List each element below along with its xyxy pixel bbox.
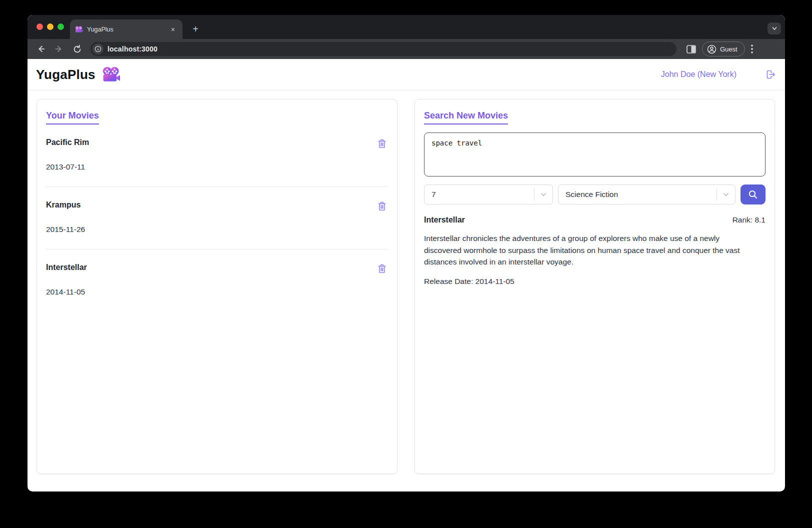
site-info-button[interactable] [92,44,104,54]
trash-icon [377,263,387,274]
side-panel-button[interactable] [686,45,696,54]
browser-menu-button[interactable] [751,44,753,54]
movie-title: Krampus [46,200,80,210]
back-button[interactable] [34,42,48,56]
movie-release-date: 2014-11-05 [46,288,388,296]
movie-list-item: Interstellar 2014-11-05 [46,250,388,312]
result-rank: Rank: 8.1 [732,216,766,224]
search-icon [748,189,758,200]
tab-title: YugaPlus [87,26,164,33]
forward-button[interactable] [52,42,66,56]
search-button[interactable] [740,184,766,204]
header-right: John Doe (New York) [661,68,776,80]
brand-name: YugaPlus [36,67,96,82]
minimize-window-button[interactable] [47,24,54,30]
movie-list-item: Krampus 2015-11-26 [46,187,388,250]
delete-movie-button[interactable] [376,263,388,274]
browser-window: YugaPlus × + localhost:3000 Gues [28,15,785,492]
category-select[interactable]: Science Fiction [558,184,736,204]
browser-tab[interactable]: YugaPlus × [70,20,182,39]
profile-label: Guest [720,46,738,53]
movie-title: Pacific Rim [46,138,89,147]
chevron-down-icon [772,26,778,32]
search-query-input[interactable]: space travel [424,132,766,176]
new-tab-button[interactable]: + [188,22,202,36]
main-content: Your Movies Pacific Rim 2 [28,90,785,474]
user-profile-link[interactable]: John Doe (New York) [661,70,736,79]
zoom-window-button[interactable] [58,24,64,30]
rank-select-value: 7 [424,190,534,199]
logout-icon[interactable] [764,68,776,80]
category-select-value: Science Fiction [558,190,716,199]
forward-arrow-icon [54,44,64,54]
search-panel: Search New Movies space travel 7 Science… [414,99,775,474]
delete-movie-button[interactable] [376,138,388,149]
chevron-down-icon [722,191,730,198]
favicon-movie-camera-icon [75,26,83,34]
app-brand: YugaPlus [36,66,120,83]
reload-icon [72,44,82,54]
url-text[interactable]: localhost:3000 [108,45,158,53]
guest-avatar-icon [707,44,716,54]
result-release-date: Release Date: 2014-11-05 [424,277,766,286]
profile-button[interactable]: Guest [702,42,745,56]
back-arrow-icon [36,44,46,54]
tab-strip: YugaPlus × + [28,15,785,39]
your-movies-panel: Your Movies Pacific Rim 2 [36,99,398,474]
rank-select[interactable]: 7 [424,184,553,204]
movie-camera-logo-icon [102,66,120,83]
app-header: YugaPlus John Doe (New York) [28,59,785,90]
search-result: Interstellar Rank: 8.1 [424,216,766,224]
toolbar-right: Guest [686,42,753,56]
delete-movie-button[interactable] [376,200,388,212]
tab-search-button[interactable] [768,22,781,34]
trash-icon [377,200,387,212]
reload-button[interactable] [70,42,84,56]
info-icon [94,46,102,52]
result-title: Interstellar [424,216,465,224]
movie-release-date: 2015-11-26 [46,225,388,234]
traffic-lights [36,24,64,30]
movie-list-item: Pacific Rim 2013-07-11 [46,124,388,187]
search-controls: 7 Science Fiction [424,184,766,204]
your-movies-title: Your Movies [46,110,99,124]
search-panel-title: Search New Movies [424,110,508,124]
address-bar[interactable]: localhost:3000 [90,42,676,56]
browser-toolbar: localhost:3000 Guest [28,39,785,59]
result-description: Interstellar chronicles the adventures o… [424,232,748,268]
your-movies-list: Pacific Rim 2013-07-11 [46,124,388,312]
movie-title: Interstellar [46,263,87,272]
movie-release-date: 2013-07-11 [46,162,388,172]
tab-close-icon[interactable]: × [168,24,178,34]
close-window-button[interactable] [36,24,43,30]
trash-icon [377,138,387,149]
chevron-down-icon [540,191,547,198]
